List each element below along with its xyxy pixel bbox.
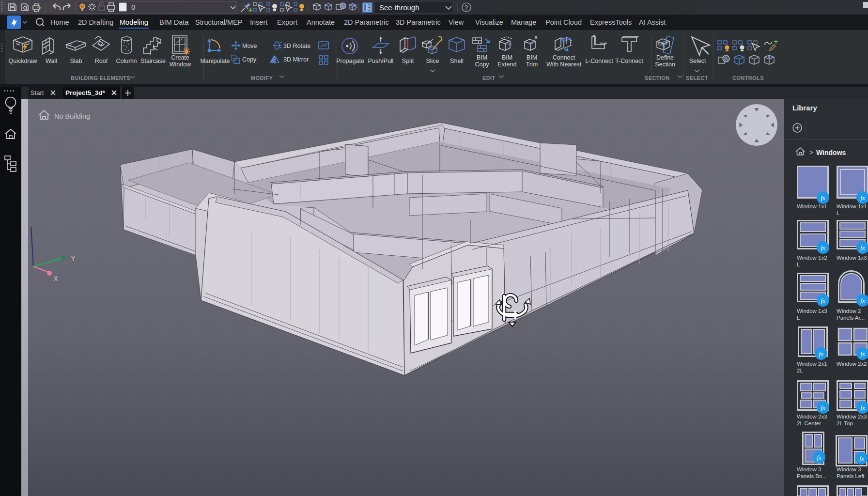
svg-text:fx: fx	[821, 404, 825, 411]
svg-text:?: ?	[465, 4, 468, 11]
svg-text:No Building: No Building	[54, 112, 90, 120]
svg-text:fx: fx	[817, 454, 822, 461]
svg-text:fx: fx	[821, 194, 825, 202]
svg-text:0: 0	[131, 3, 135, 11]
svg-text:fx: fx	[860, 350, 865, 357]
svg-text:See-through: See-through	[379, 3, 419, 12]
svg-text:fx: fx	[821, 297, 825, 304]
svg-text:Windows: Windows	[816, 149, 846, 156]
svg-text:fx: fx	[860, 194, 865, 202]
svg-text:fx: fx	[819, 350, 823, 357]
svg-text:Y: Y	[71, 254, 76, 262]
svg-text:fx: fx	[860, 297, 865, 304]
svg-text:fx: fx	[821, 244, 825, 251]
svg-text:fx: fx	[860, 404, 865, 411]
svg-text:fx: fx	[860, 244, 865, 251]
svg-text:X: X	[53, 274, 58, 282]
svg-text:fx: fx	[859, 455, 864, 462]
svg-text:>: >	[809, 149, 813, 156]
